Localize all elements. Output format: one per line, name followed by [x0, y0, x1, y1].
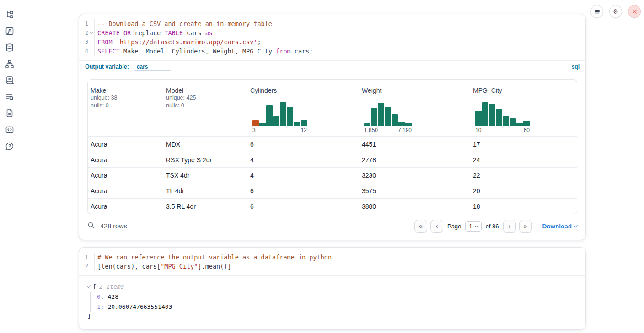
- histogram-bar[interactable]: [523, 121, 530, 126]
- table-cell: 4: [247, 156, 359, 164]
- fold-chevron-icon[interactable]: [88, 28, 94, 37]
- histogram-bar[interactable]: [280, 102, 286, 126]
- histogram-bar[interactable]: [489, 104, 495, 126]
- code-line[interactable]: 2CREATE OR replace TABLE cars as: [79, 28, 585, 37]
- table-row[interactable]: AcuraMDX6445117: [88, 136, 577, 152]
- histogram-bar[interactable]: [482, 102, 488, 126]
- histogram-bar[interactable]: [301, 120, 307, 126]
- table-cell: Acura: [88, 141, 163, 148]
- column-stat: unique: 38: [91, 94, 159, 102]
- histogram-bar[interactable]: [294, 122, 300, 126]
- pagination: « ‹ Page 1 of 86 › » Download: [414, 220, 577, 233]
- histogram-bar[interactable]: [364, 123, 370, 126]
- items-count-label: 2 Items: [99, 282, 124, 291]
- histogram-bar[interactable]: [516, 123, 523, 126]
- histogram-bar[interactable]: [259, 123, 266, 126]
- histogram-bar[interactable]: [252, 120, 259, 126]
- column-title[interactable]: Weight: [362, 87, 466, 94]
- search-list-icon[interactable]: [5, 92, 14, 101]
- database-icon[interactable]: [5, 43, 14, 52]
- first-page-button[interactable]: «: [414, 220, 427, 233]
- column-header-weight[interactable]: Weight1,8507,190: [359, 80, 470, 136]
- column-header-cylinders[interactable]: Cylinders312: [247, 80, 359, 136]
- histogram-bar[interactable]: [510, 118, 516, 126]
- histogram-bar[interactable]: [398, 122, 405, 126]
- histogram-bar[interactable]: [378, 103, 384, 126]
- histogram-weight[interactable]: [364, 101, 412, 126]
- table-row[interactable]: AcuraTL 4dr6357520: [88, 183, 577, 198]
- table-cell: MDX: [163, 141, 247, 148]
- code-text: # We can reference the output variable a…: [94, 253, 332, 262]
- column-header-mpg_city[interactable]: MPG_City1060: [470, 80, 577, 136]
- page-label: Page: [447, 223, 461, 230]
- histogram-bar[interactable]: [273, 116, 279, 126]
- code-text: SELECT Make, Model, Cylinders, Weight, M…: [94, 47, 313, 56]
- next-page-button[interactable]: ›: [503, 220, 516, 233]
- cell-sql: 1-- Download a CSV and create an in-memo…: [79, 14, 586, 240]
- scroll-icon[interactable]: [5, 76, 14, 85]
- histogram-bar[interactable]: [405, 123, 412, 126]
- column-header-model[interactable]: Modelunique: 425nulls: 0: [163, 80, 247, 136]
- output-variable-label: Output variable:: [85, 63, 129, 70]
- fold-spacer: [88, 47, 94, 56]
- page-select[interactable]: 1: [465, 221, 481, 232]
- notebook-cells: 1-- Download a CSV and create an in-memo…: [79, 14, 586, 330]
- download-button[interactable]: Download: [542, 223, 578, 230]
- table-body: AcuraMDX6445117AcuraRSX Type S 2dr427782…: [88, 136, 577, 214]
- histogram-bar[interactable]: [287, 107, 293, 126]
- code-line[interactable]: 1-- Download a CSV and create an in-memo…: [79, 19, 585, 28]
- table-cell: 3575: [359, 187, 470, 195]
- table-cell: 22: [470, 172, 577, 179]
- histogram-cylinders[interactable]: [252, 101, 307, 126]
- table-row[interactable]: AcuraRSX Type S 2dr4277824: [88, 152, 577, 167]
- table-cell: Acura: [88, 187, 163, 195]
- help-icon[interactable]: [5, 142, 14, 151]
- python-code-editor[interactable]: 1# We can reference the output variable …: [79, 248, 585, 275]
- histogram-bar[interactable]: [266, 105, 273, 126]
- table-cell: Acura: [88, 203, 163, 210]
- histogram-bar[interactable]: [503, 116, 509, 126]
- histogram-bar[interactable]: [475, 111, 482, 126]
- column-header-make[interactable]: Makeunique: 38nulls: 0: [88, 80, 163, 136]
- prev-page-button[interactable]: ‹: [430, 220, 443, 233]
- line-number: 4: [79, 47, 88, 56]
- sidebar: [0, 0, 25, 151]
- tree-root[interactable]: [ 2 Items: [87, 282, 577, 291]
- code-line[interactable]: 4SELECT Make, Model, Cylinders, Weight, …: [79, 47, 585, 56]
- output-variable-input[interactable]: [134, 63, 171, 71]
- settings-button[interactable]: ⚙: [609, 5, 622, 18]
- column-title[interactable]: Model: [166, 87, 243, 94]
- code-box-icon[interactable]: [5, 125, 14, 134]
- sql-code-editor[interactable]: 1-- Download a CSV and create an in-memo…: [79, 14, 585, 60]
- marimo-notebook: ⚙ 1-- Download a CSV and create an in-me…: [0, 0, 644, 333]
- file-tree-icon[interactable]: [5, 10, 14, 19]
- collapse-chevron-icon[interactable]: [87, 284, 91, 288]
- column-title[interactable]: Make: [91, 87, 159, 94]
- column-title[interactable]: MPG_City: [473, 87, 572, 94]
- table-cell: 4: [247, 172, 359, 179]
- histogram-mpg_city[interactable]: [475, 101, 530, 126]
- cell-python: 1# We can reference the output variable …: [79, 247, 586, 330]
- histogram-bar[interactable]: [496, 109, 502, 126]
- last-page-button[interactable]: »: [519, 220, 532, 233]
- table-cell: 17: [470, 141, 577, 148]
- menu-button[interactable]: [590, 5, 603, 18]
- document-icon[interactable]: [5, 109, 14, 118]
- table-row[interactable]: Acura3.5 RL 4dr6388018: [88, 198, 577, 214]
- code-line[interactable]: 2[len(cars), cars["MPG_City"].mean()]: [79, 262, 585, 271]
- table-row[interactable]: AcuraTSX 4dr4323022: [88, 167, 577, 183]
- chevron-down-icon: [574, 223, 578, 227]
- dependency-graph-icon[interactable]: [5, 59, 14, 69]
- histogram-bar[interactable]: [371, 108, 377, 126]
- histogram-bar[interactable]: [385, 107, 391, 126]
- table-cell: Acura: [88, 172, 163, 179]
- search-icon[interactable]: [87, 222, 95, 231]
- code-line[interactable]: 3FROM 'https://datasets.marimo.app/cars.…: [79, 37, 585, 47]
- histogram-axis: 1060: [475, 127, 530, 133]
- code-line[interactable]: 1# We can reference the output variable …: [79, 253, 585, 262]
- function-icon[interactable]: [5, 26, 14, 36]
- table-cell: 24: [470, 156, 577, 164]
- histogram-bar[interactable]: [392, 114, 398, 126]
- close-button[interactable]: [628, 5, 641, 18]
- column-title[interactable]: Cylinders: [250, 87, 354, 94]
